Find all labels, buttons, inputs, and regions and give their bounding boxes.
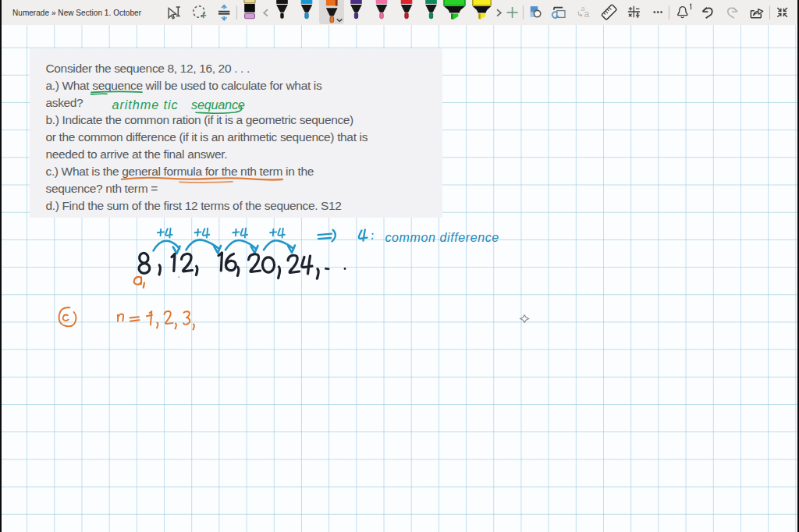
svg-text:a: a [584, 9, 590, 20]
svg-text:common difference: common difference [385, 231, 499, 244]
svg-text:sequance: sequance [191, 98, 245, 112]
svg-text:arithme tic: arithme tic [112, 98, 179, 112]
